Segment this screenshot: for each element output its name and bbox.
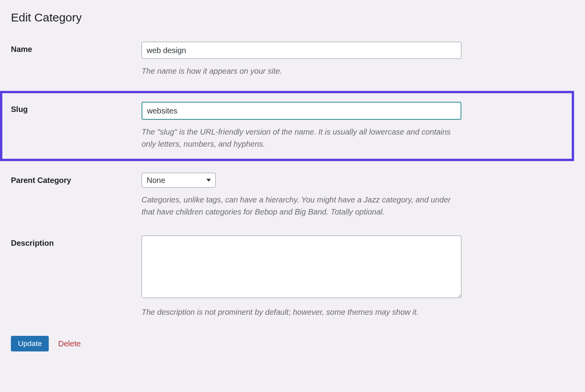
- slug-input[interactable]: [142, 102, 461, 120]
- name-input[interactable]: [142, 42, 461, 59]
- parent-row: Parent Category None Categories, unlike …: [11, 173, 574, 218]
- slug-row: Slug The "slug" is the URL-friendly vers…: [0, 91, 574, 161]
- description-help: The description is not prominent by defa…: [142, 306, 461, 318]
- delete-button[interactable]: Delete: [58, 339, 81, 348]
- description-row: Description The description is not promi…: [11, 236, 574, 318]
- actions-row: Update Delete: [11, 336, 574, 351]
- description-label: Description: [11, 239, 54, 247]
- page-title: Edit Category: [11, 11, 574, 24]
- name-row: Name The name is how it appears on your …: [11, 42, 574, 77]
- description-textarea[interactable]: [142, 236, 461, 298]
- parent-select[interactable]: None: [142, 173, 216, 188]
- update-button[interactable]: Update: [11, 336, 49, 351]
- parent-description: Categories, unlike tags, can have a hier…: [142, 194, 461, 218]
- name-label: Name: [11, 45, 32, 53]
- name-description: The name is how it appears on your site.: [142, 65, 461, 77]
- parent-label: Parent Category: [11, 176, 71, 184]
- slug-label: Slug: [11, 105, 28, 114]
- slug-description: The "slug" is the URL-friendly version o…: [142, 126, 461, 150]
